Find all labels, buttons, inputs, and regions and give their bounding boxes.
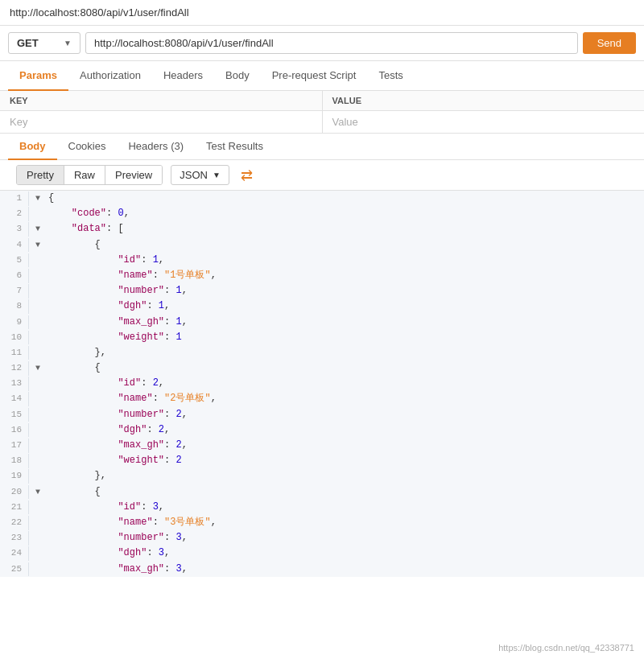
json-line: 9 "max_gh": 1, [0, 315, 644, 330]
format-group: PrettyRawPreview [16, 165, 163, 185]
response-tab-body[interactable]: Body [8, 134, 57, 160]
line-number: 20 [0, 485, 29, 500]
json-line: 23 "number": 3, [0, 530, 644, 546]
method-select[interactable]: GET ▼ [8, 32, 80, 54]
json-line: 18 "weight": 2 [0, 453, 644, 468]
request-tab-authorization[interactable]: Authorization [68, 61, 152, 91]
json-line: 25 "max_gh": 3, [0, 562, 644, 577]
json-line: 11 }, [0, 345, 644, 360]
json-line: 5 "id": 1, [0, 253, 644, 268]
title-bar: http://localhost:8080/api/v1/user/findAl… [0, 0, 644, 26]
line-content: { [48, 484, 644, 500]
line-content: "data": [ [48, 221, 644, 237]
json-line: 6 "name": "1号单板", [0, 268, 644, 283]
chevron-down-icon: ▼ [213, 171, 221, 179]
key-cell[interactable]: Key [0, 111, 322, 134]
json-line: 15 "number": 2, [0, 407, 644, 422]
response-tab-test-results[interactable]: Test Results [195, 134, 275, 160]
url-bar: GET ▼ Send [0, 26, 644, 61]
json-line: 7 "number": 1, [0, 283, 644, 299]
line-content: "max_gh": 1, [48, 315, 644, 330]
line-number: 6 [0, 269, 29, 283]
collapse-icon[interactable]: ▼ [35, 486, 47, 499]
line-number: 25 [0, 562, 29, 577]
request-tab-tests[interactable]: Tests [367, 61, 414, 91]
request-tab-headers[interactable]: Headers [152, 61, 214, 91]
line-content: "number": 3, [48, 530, 644, 546]
json-line: 24 "dgh": 3, [0, 546, 644, 561]
line-content: { [48, 237, 644, 253]
value-cell[interactable]: Value [322, 111, 644, 134]
json-line: 2 "code": 0, [0, 206, 644, 221]
chevron-down-icon: ▼ [64, 39, 72, 47]
line-content: "dgh": 1, [48, 299, 644, 314]
line-number: 9 [0, 315, 29, 330]
line-content: "weight": 2 [48, 453, 644, 468]
line-content: }, [48, 468, 644, 484]
line-number: 23 [0, 531, 29, 546]
response-tab-headers-3-[interactable]: Headers (3) [117, 134, 195, 160]
line-content: { [48, 191, 644, 206]
line-number: 22 [0, 516, 29, 530]
line-content: "number": 1, [48, 283, 644, 299]
json-line: 14 "name": "2号单板", [0, 391, 644, 406]
json-line: 19 }, [0, 468, 644, 484]
json-line: 10 "weight": 1 [0, 330, 644, 345]
json-line: 21 "id": 3, [0, 500, 644, 515]
line-content: "name": "2号单板", [48, 391, 644, 406]
wrap-icon[interactable]: ⇄ [241, 167, 253, 184]
line-number: 21 [0, 500, 29, 515]
line-content: "id": 2, [48, 376, 644, 391]
line-content: { [48, 360, 644, 376]
line-number: 3 [0, 222, 29, 237]
line-number: 7 [0, 284, 29, 299]
key-header: KEY [0, 91, 322, 111]
table-row: Key Value [0, 111, 644, 134]
line-content: "id": 1, [48, 253, 644, 268]
request-tab-pre-request-script[interactable]: Pre-request Script [261, 61, 368, 91]
line-content: "id": 3, [48, 500, 644, 515]
url-input[interactable] [85, 32, 578, 54]
response-tab-cookies[interactable]: Cookies [57, 134, 118, 160]
collapse-icon[interactable]: ▼ [35, 223, 47, 236]
collapse-icon[interactable]: ▼ [35, 239, 47, 252]
line-number: 8 [0, 299, 29, 314]
line-content: "number": 2, [48, 407, 644, 422]
line-content: "max_gh": 2, [48, 438, 644, 453]
send-button[interactable]: Send [583, 32, 636, 54]
request-tab-body[interactable]: Body [214, 61, 261, 91]
json-line: 17 "max_gh": 2, [0, 438, 644, 453]
format-btn-preview[interactable]: Preview [105, 166, 162, 184]
line-number: 5 [0, 253, 29, 268]
line-number: 10 [0, 331, 29, 345]
line-number: 4 [0, 238, 29, 253]
line-number: 18 [0, 454, 29, 468]
body-toolbar: PrettyRawPreview JSON ▼ ⇄ [0, 160, 644, 191]
line-number: 1 [0, 192, 29, 206]
line-number: 17 [0, 439, 29, 453]
line-number: 15 [0, 408, 29, 422]
json-line: 4▼ { [0, 237, 644, 253]
json-line: 12▼ { [0, 360, 644, 376]
line-content: "code": 0, [48, 206, 644, 221]
format-btn-raw[interactable]: Raw [64, 166, 105, 184]
line-content: "name": "1号单板", [48, 268, 644, 283]
json-viewer: 1▼{2 "code": 0,3▼ "data": [4▼ {5 "id": 1… [0, 191, 644, 577]
collapse-icon[interactable]: ▼ [35, 362, 47, 375]
kv-table: KEY VALUE Key Value [0, 91, 644, 134]
format-btn-pretty[interactable]: Pretty [17, 166, 64, 184]
line-number: 14 [0, 392, 29, 406]
line-content: "name": "3号单板", [48, 515, 644, 530]
request-tab-params[interactable]: Params [8, 61, 68, 91]
line-number: 19 [0, 469, 29, 484]
json-line: 20▼ { [0, 484, 644, 500]
json-format-select[interactable]: JSON ▼ [171, 165, 229, 185]
line-number: 2 [0, 207, 29, 221]
method-label: GET [17, 37, 39, 49]
json-line: 1▼{ [0, 191, 644, 206]
response-tabs: BodyCookiesHeaders (3)Test Results [0, 134, 644, 160]
line-number: 11 [0, 346, 29, 360]
line-number: 12 [0, 361, 29, 376]
line-content: }, [48, 345, 644, 360]
collapse-icon[interactable]: ▼ [35, 192, 47, 205]
